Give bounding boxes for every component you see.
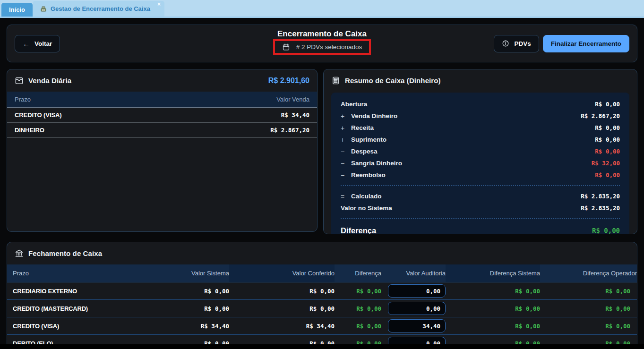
row-label: Despesa [351, 148, 378, 155]
row-label: CREDITO (MASTERCARD) [7, 305, 144, 312]
column-header-valor-auditoria: Valor Auditoria [381, 264, 446, 282]
header-center: Encerramento de Caixa # 2 PDVs seleciona… [7, 29, 637, 55]
row-value: R$ 32,00 [592, 160, 620, 167]
column-header-valor-conferido: Valor Conferido [229, 264, 335, 282]
sign: − [341, 148, 351, 155]
diferenca-sistema-value: R$ 0,00 [446, 323, 540, 330]
diferenca-sistema-value: R$ 0,00 [446, 288, 540, 295]
diferenca-operador-value: R$ 0,00 [540, 305, 637, 312]
column-header-diferenca-sistema: Diferença Sistema [446, 264, 540, 282]
summary-row: −ReembolsoR$ 0,00 [341, 169, 620, 181]
row-label: Abertura [341, 101, 367, 108]
summary-row: AberturaR$ 0,00 [341, 98, 620, 110]
equals-sign: = [341, 193, 351, 200]
row-label: Venda Dinheiro [351, 112, 397, 119]
tab-label: Gestao de Encerramento de Caixa [51, 5, 150, 12]
venda-total: R$ 2.901,60 [268, 77, 309, 85]
summary-row-calculado: = Calculado R$ 2.835,20 [341, 190, 620, 202]
venda-diaria-panel: Venda Diária R$ 2.901,60 Prazo Valor Ven… [7, 69, 318, 232]
tab-inicio[interactable]: Início [1, 3, 33, 17]
row-label: Suprimento [351, 136, 386, 143]
column-header-valor-venda: Valor Venda [276, 96, 309, 103]
row-value: R$ 34,40 [281, 111, 309, 119]
dotted-divider [341, 218, 620, 219]
difference-label: Diferença [341, 226, 376, 235]
resumo-rows: AberturaR$ 0,00+Venda DinheiroR$ 2.867,2… [341, 98, 620, 181]
column-header-diferenca: Diferença [335, 264, 381, 282]
diferenca-value: R$ 0,00 [335, 305, 381, 312]
panels-row: Venda Diária R$ 2.901,60 Prazo Valor Ven… [7, 69, 637, 234]
row-label: Calculado [351, 193, 382, 200]
difference-row: Diferença R$ 0,00 [341, 223, 620, 234]
panel-title: Fechamento de Caixa [28, 249, 102, 257]
diferenca-operador-value: R$ 0,00 [540, 288, 637, 295]
browser-tabbar: Início Gestao de Encerramento de Caixa × [0, 0, 644, 18]
fechamento-header: Fechamento de Caixa [7, 242, 637, 264]
summary-row: +ReceitaR$ 0,00 [341, 122, 620, 134]
row-label: Sangria Dinheiro [351, 160, 402, 167]
valor-sistema-value: R$ 34,40 [144, 323, 229, 330]
annotation-highlight: # 2 PDVs selecionados [273, 39, 371, 55]
fechamento-table-header: Prazo Valor Sistema Valor Conferido Dife… [7, 264, 637, 282]
row-value: R$ 2.835,20 [581, 204, 620, 212]
table-row: CREDIARIO EXTERNOR$ 0,00R$ 0,00R$ 0,00R$… [7, 282, 637, 299]
calendar-icon [282, 43, 290, 51]
summary-row: +Venda DinheiroR$ 2.867,20 [341, 110, 620, 122]
sign: + [341, 124, 351, 132]
row-label: CREDITO (VISA) [15, 111, 61, 119]
valor-conferido-value: R$ 0,00 [229, 288, 335, 295]
dotted-divider [341, 185, 620, 186]
page-title: Encerramento de Caixa [277, 29, 367, 39]
valor-conferido-value: R$ 34,40 [229, 323, 335, 330]
resumo-box: AberturaR$ 0,00+Venda DinheiroR$ 2.867,2… [331, 93, 629, 234]
resumo-caixa-header: Resumo de Caixa (Dinheiro) [324, 69, 637, 92]
panel-title: Venda Diária [28, 77, 71, 85]
row-label: DINHEIRO [15, 127, 44, 134]
sign: − [341, 160, 351, 167]
resumo-caixa-panel: Resumo de Caixa (Dinheiro) AberturaR$ 0,… [323, 69, 637, 234]
column-header-diferenca-operador: Diferença Operador [540, 264, 637, 282]
close-icon[interactable]: × [157, 1, 161, 7]
sign: + [341, 112, 351, 120]
row-value: R$ 2.867,20 [270, 127, 309, 134]
sign: + [341, 136, 351, 144]
row-value: R$ 0,00 [595, 148, 620, 155]
row-value: R$ 0,00 [595, 171, 620, 179]
valor-sistema-value: R$ 0,00 [144, 288, 229, 295]
auditoria-cell [381, 284, 446, 298]
auditoria-input[interactable] [388, 302, 446, 315]
table-row: CREDITO (MASTERCARD)R$ 0,00R$ 0,00R$ 0,0… [7, 299, 637, 317]
column-header-valor-sistema: Valor Sistema [144, 264, 229, 282]
difference-value: R$ 0,00 [592, 227, 620, 234]
table-row: DINHEIROR$ 2.867,20 [7, 123, 317, 138]
wallet-icon [15, 76, 24, 85]
venda-table-header: Prazo Valor Venda [7, 92, 317, 108]
column-header-prazo: Prazo [7, 264, 144, 282]
table-row: CREDITO (VISA)R$ 34,40R$ 34,40R$ 0,00R$ … [7, 317, 637, 334]
row-label: Valor no Sistema [341, 204, 392, 212]
auditoria-cell [381, 319, 446, 332]
row-label: Reembolso [351, 171, 386, 179]
pdv-selector[interactable]: # 2 PDVs selecionados [296, 43, 362, 51]
auditoria-cell [381, 302, 446, 315]
row-label: CREDIARIO EXTERNO [7, 288, 144, 295]
fechamento-table-body: CREDIARIO EXTERNOR$ 0,00R$ 0,00R$ 0,00R$… [7, 282, 637, 349]
diferenca-operador-value: R$ 0,00 [540, 323, 637, 330]
diferenca-sistema-value: R$ 0,00 [446, 305, 540, 312]
venda-diaria-header: Venda Diária R$ 2.901,60 [7, 69, 317, 92]
row-value: R$ 0,00 [595, 124, 620, 131]
row-value: R$ 2.835,20 [581, 193, 620, 200]
summary-row: −Sangria DinheiroR$ 32,00 [341, 157, 620, 169]
auditoria-input[interactable] [388, 319, 446, 332]
row-value: R$ 0,00 [595, 101, 620, 108]
column-header-prazo: Prazo [15, 96, 31, 103]
auditoria-input[interactable] [388, 284, 446, 298]
bank-icon [15, 249, 24, 258]
viewport-cutoff-strip [0, 344, 644, 349]
page-header: ← Voltar Encerramento de Caixa # 2 PDVs … [7, 25, 637, 62]
row-value: R$ 0,00 [595, 136, 620, 143]
tab-gestao-encerramento[interactable]: Gestao de Encerramento de Caixa × [33, 1, 164, 17]
main-page: ← Voltar Encerramento de Caixa # 2 PDVs … [0, 18, 644, 349]
fechamento-caixa-panel: Fechamento de Caixa Prazo Valor Sistema … [7, 242, 637, 349]
valor-conferido-value: R$ 0,00 [229, 305, 335, 312]
